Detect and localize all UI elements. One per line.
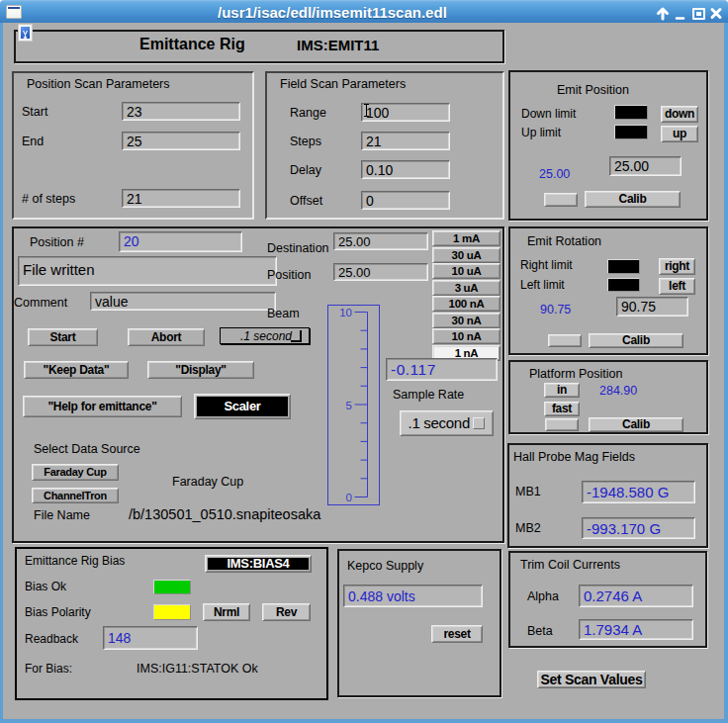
svg-text:5: 5 [346, 400, 352, 411]
svg-text:10: 10 [339, 307, 352, 318]
svg-text:0: 0 [346, 492, 352, 503]
